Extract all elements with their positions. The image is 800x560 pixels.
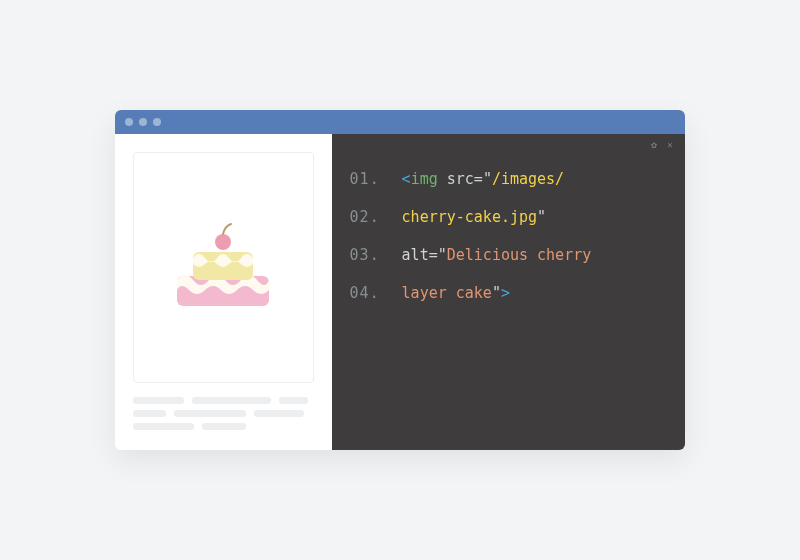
code-pane: ✿ ✕ 01. <img src="/images/ 02. cherry-ca… [332,134,685,450]
line-number: 02. [350,208,380,226]
window-control-minimize[interactable] [139,118,147,126]
panes: ✿ ✕ 01. <img src="/images/ 02. cherry-ca… [115,134,685,450]
svg-point-2 [215,234,231,250]
window-control-maximize[interactable] [153,118,161,126]
line-number: 01. [350,170,380,188]
titlebar [115,110,685,134]
code-text: cherry-cake.jpg" [402,208,547,226]
code-line: 03. alt="Delicious cherry [350,246,667,264]
window-control-close[interactable] [125,118,133,126]
gear-icon[interactable]: ✿ [649,140,659,150]
code-text: layer cake"> [402,284,510,302]
image-preview-card [133,152,314,383]
code-text: <img src="/images/ [402,170,565,188]
code-pane-controls: ✿ ✕ [649,140,675,150]
preview-pane [115,134,332,450]
code-line: 02. cherry-cake.jpg" [350,208,667,226]
placeholder-paragraph [133,397,314,436]
code-line: 04. layer cake"> [350,284,667,302]
code-line: 01. <img src="/images/ [350,170,667,188]
line-number: 04. [350,284,380,302]
line-number: 03. [350,246,380,264]
cake-icon [163,218,283,318]
code-text: alt="Delicious cherry [402,246,592,264]
app-window: ✿ ✕ 01. <img src="/images/ 02. cherry-ca… [115,110,685,450]
close-icon[interactable]: ✕ [665,140,675,150]
